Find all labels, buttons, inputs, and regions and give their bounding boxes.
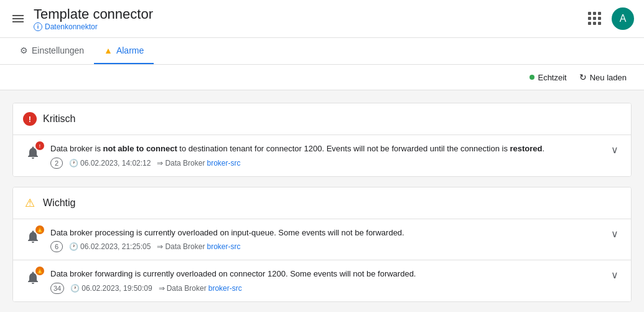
warning-icon: ⚠ bbox=[23, 196, 37, 210]
alert-message-3: Data broker forwarding is currently over… bbox=[50, 268, 601, 280]
critical-alert-icon: ! bbox=[37, 143, 43, 149]
avatar[interactable]: A bbox=[612, 7, 634, 30]
count-badge-3: 34 bbox=[50, 283, 64, 294]
source-label-2: Data Broker bbox=[165, 242, 205, 251]
svg-text:!: ! bbox=[39, 229, 40, 232]
tab-alarme-label: Alarme bbox=[116, 45, 144, 55]
timestamp-1: 06.02.2023, 14:02:12 bbox=[80, 159, 151, 168]
meta-time-1: 🕐 06.02.2023, 14:02:12 bbox=[69, 159, 151, 168]
warning-alert-icon: ! bbox=[37, 227, 43, 233]
realtime-dot bbox=[530, 75, 534, 80]
expand-button-2[interactable]: ∨ bbox=[609, 227, 621, 241]
clock-icon-2: 🕐 bbox=[69, 242, 78, 251]
alert-row-3: ! Data broker forwarding is currently ov… bbox=[13, 260, 631, 301]
meta-source-2: ⇒ Data Broker broker-src bbox=[157, 242, 240, 251]
tab-alarme[interactable]: ▲ Alarme bbox=[94, 38, 154, 64]
connector-icon-3: ⇒ bbox=[159, 284, 165, 293]
count-badge-1: 2 bbox=[50, 158, 63, 169]
alert-content-1: Data broker is not able to connect to de… bbox=[50, 143, 601, 169]
alert-meta-3: 34 🕐 06.02.2023, 19:50:09 ⇒ Data Broker … bbox=[50, 283, 601, 294]
alert-message-1: Data broker is not able to connect to de… bbox=[50, 143, 601, 155]
source-link-1[interactable]: broker-src bbox=[207, 159, 240, 168]
alarm-icon: ▲ bbox=[104, 45, 113, 55]
clock-icon-3: 🕐 bbox=[70, 284, 80, 293]
alert-meta-1: 2 🕐 06.02.2023, 14:02:12 ⇒ Data Broker b… bbox=[50, 158, 601, 169]
alert-content-2: Data broker processing is currently over… bbox=[50, 227, 601, 253]
tab-settings-label: Einstellungen bbox=[32, 45, 84, 55]
apps-icon[interactable] bbox=[588, 12, 602, 26]
kritisch-header: ! Kritisch bbox=[13, 103, 631, 135]
connector-icon-2: ⇒ bbox=[157, 242, 163, 251]
svg-text:!: ! bbox=[39, 270, 40, 274]
toolbar: Echtzeit ↻ Neu laden bbox=[0, 65, 644, 90]
expand-button-1[interactable]: ∨ bbox=[609, 143, 621, 157]
header-left: Template connector i Datenkonnektor bbox=[10, 6, 153, 31]
reload-label: Neu laden bbox=[590, 73, 627, 82]
connector-icon: ⇒ bbox=[157, 159, 163, 168]
info-icon: i bbox=[34, 22, 42, 31]
alert-content-3: Data broker forwarding is currently over… bbox=[50, 268, 601, 294]
header-right: A bbox=[588, 7, 634, 30]
wichtig-section: ⚠ Wichtig ! Data broker processing is cu… bbox=[12, 187, 632, 302]
meta-source-1: ⇒ Data Broker broker-src bbox=[157, 159, 240, 168]
timestamp-3: 06.02.2023, 19:50:09 bbox=[82, 284, 152, 293]
critical-badge: ! bbox=[35, 141, 44, 150]
subtitle-label: Datenkonnektor bbox=[45, 22, 98, 31]
meta-time-3: 🕐 06.02.2023, 19:50:09 bbox=[70, 284, 152, 293]
reload-button[interactable]: ↻ Neu laden bbox=[574, 70, 632, 85]
critical-icon: ! bbox=[23, 112, 37, 126]
realtime-label: Echtzeit bbox=[538, 73, 566, 82]
wichtig-title: Wichtig bbox=[43, 197, 75, 209]
alert-bell-warning-2: ! bbox=[23, 268, 43, 288]
title-section: Template connector i Datenkonnektor bbox=[34, 6, 153, 31]
settings-icon: ⚙ bbox=[20, 45, 28, 55]
nav-tabs: ⚙ Einstellungen ▲ Alarme bbox=[0, 38, 644, 65]
alert-row-2: ! Data broker processing is currently ov… bbox=[13, 219, 631, 260]
source-label-3: Data Broker bbox=[167, 284, 207, 293]
tab-settings[interactable]: ⚙ Einstellungen bbox=[10, 38, 94, 64]
alert-meta-2: 6 🕐 06.02.2023, 21:25:05 ⇒ Data Broker b… bbox=[50, 241, 601, 252]
meta-time-2: 🕐 06.02.2023, 21:25:05 bbox=[69, 242, 151, 251]
reload-icon: ↻ bbox=[579, 72, 587, 82]
page-title: Template connector bbox=[34, 6, 153, 22]
kritisch-section: ! Kritisch ! Data broker is not able to … bbox=[12, 103, 632, 177]
expand-button-3[interactable]: ∨ bbox=[609, 268, 621, 282]
count-badge-2: 6 bbox=[50, 241, 63, 252]
alert-message-2: Data broker processing is currently over… bbox=[50, 227, 601, 239]
kritisch-title: Kritisch bbox=[43, 113, 75, 125]
meta-source-3: ⇒ Data Broker broker-src bbox=[159, 284, 242, 293]
warning-badge-1: ! bbox=[35, 225, 44, 234]
source-link-2[interactable]: broker-src bbox=[207, 242, 240, 251]
warning-badge-2: ! bbox=[35, 267, 44, 275]
source-label-1: Data Broker bbox=[165, 159, 205, 168]
wichtig-header: ⚠ Wichtig bbox=[13, 187, 631, 219]
subtitle-link[interactable]: i Datenkonnektor bbox=[34, 22, 153, 31]
menu-icon[interactable] bbox=[10, 12, 26, 25]
alert-bell-critical: ! bbox=[23, 143, 43, 163]
clock-icon: 🕐 bbox=[69, 159, 78, 168]
alert-bell-warning-1: ! bbox=[23, 227, 43, 247]
svg-text:!: ! bbox=[39, 144, 40, 148]
alert-row: ! Data broker is not able to connect to … bbox=[13, 135, 631, 176]
main-content: ! Kritisch ! Data broker is not able to … bbox=[0, 90, 644, 312]
header: Template connector i Datenkonnektor A bbox=[0, 0, 644, 38]
warning-alert-icon-2: ! bbox=[37, 268, 43, 274]
source-link-3[interactable]: broker-src bbox=[208, 284, 242, 293]
realtime-indicator: Echtzeit bbox=[530, 73, 566, 82]
timestamp-2: 06.02.2023, 21:25:05 bbox=[80, 242, 151, 251]
